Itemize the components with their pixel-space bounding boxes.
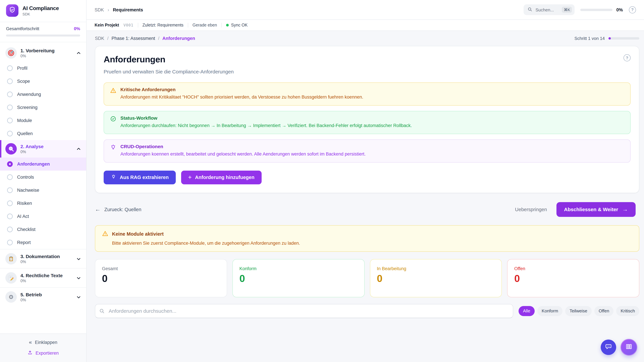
- filter-chip-offen[interactable]: Offen: [594, 306, 614, 316]
- collapse-sidebar-button[interactable]: « Einklappen: [29, 340, 57, 345]
- extract-from-rag-button[interactable]: Aus RAG extrahieren: [104, 170, 176, 184]
- sidebar-item-controls[interactable]: Controls: [0, 171, 86, 184]
- lightbulb-icon: [110, 144, 116, 150]
- alert-text: Anforderungen durchlaufen: Nicht begonne…: [120, 123, 412, 129]
- page-breadcrumb-root[interactable]: SDK: [95, 36, 104, 41]
- sidebar-section-vorbereitung[interactable]: 1. Vorbereitung 0%: [0, 44, 86, 62]
- search-placeholder: Suchen...: [536, 7, 559, 12]
- radio-icon: [7, 240, 13, 245]
- card-help-icon[interactable]: ?: [624, 54, 630, 61]
- add-requirement-button[interactable]: + Anforderung hinzufuegen: [181, 170, 262, 184]
- breadcrumb: SDK › Requirements: [94, 7, 143, 12]
- sidebar-item-quellen[interactable]: Quellen: [0, 127, 86, 140]
- sidebar-section-betrieb[interactable]: ⚙ 5. Betrieb 0%: [0, 288, 86, 306]
- chevron-down-icon: [76, 295, 81, 299]
- breadcrumb-current: Requirements: [113, 7, 143, 12]
- section-percent: 0%: [20, 260, 73, 264]
- global-search[interactable]: Suchen... ⌘K: [524, 4, 575, 15]
- alert-text: Anforderungen mit Kritikalitaet "HOCH" s…: [120, 94, 363, 100]
- sidebar-section-dokumentation[interactable]: 3. Dokumentation 0%: [0, 249, 86, 268]
- sidebar-item-label: Quellen: [17, 131, 33, 136]
- sidebar-item-label: AI Act: [17, 214, 29, 219]
- alert-title: Keine Module aktiviert: [112, 231, 164, 237]
- arrow-right-icon: →: [622, 206, 628, 213]
- sidebar-item-label: Checklist: [17, 227, 36, 232]
- skip-button[interactable]: Ueberspringen: [515, 207, 547, 212]
- chevron-down-icon: [76, 276, 81, 280]
- wizard-nav: ← Zurueck: Quellen Ueberspringen Abschli…: [95, 202, 636, 217]
- sidebar-item-profil[interactable]: Profil: [0, 62, 86, 75]
- sidebar-item-label: Screening: [17, 105, 38, 110]
- alert-critical-requirements: Kritische Anforderungen Anforderungen mi…: [104, 82, 630, 106]
- stat-value: 0: [102, 273, 220, 284]
- section-percent: 0%: [20, 279, 73, 283]
- version-tag: V001: [124, 23, 133, 27]
- back-button[interactable]: ← Zurueck: Quellen: [95, 206, 142, 213]
- stat-card-total: Gesamt 0: [95, 259, 227, 297]
- sidebar-item-anforderungen[interactable]: Anforderungen: [0, 158, 86, 171]
- finish-next-button[interactable]: Abschliessen & Weiter →: [556, 202, 636, 217]
- section-percent: 0%: [20, 298, 73, 302]
- requirements-card: Anforderungen ? Pruefen und verwalten Si…: [95, 46, 639, 193]
- main-area: SDK › Requirements Suchen... ⌘K 0% ? Kei…: [86, 0, 644, 362]
- add-label: Anforderung hinzufuegen: [195, 175, 254, 180]
- filter-chip-alle[interactable]: Alle: [518, 306, 534, 316]
- last-updated: Gerade eben: [192, 23, 217, 27]
- sidebar-item-label: Nachweise: [17, 188, 39, 193]
- slash-separator: /: [107, 36, 109, 41]
- filter-chip-teilweise[interactable]: Teilweise: [565, 306, 592, 316]
- sidebar-item-screening[interactable]: Screening: [0, 101, 86, 114]
- overall-progress-percent: 0%: [74, 26, 80, 31]
- shield-check-icon: [9, 6, 16, 15]
- sidebar-item-scope[interactable]: Scope: [0, 75, 86, 88]
- page-breadcrumb-phase[interactable]: Phase 1: Assessment: [112, 36, 155, 41]
- sidebar-item-label: Anforderungen: [17, 162, 50, 167]
- step-progress-bar: [608, 37, 639, 39]
- app-subtitle: SDK: [22, 12, 59, 16]
- arrow-left-icon: ←: [95, 206, 100, 213]
- columns-icon: [625, 343, 632, 352]
- stats-row: Gesamt 0 Konform 0 In Bearbeitung 0 Offe…: [95, 259, 639, 297]
- app-title: AI Compliance: [22, 5, 59, 11]
- section-label: 4. Rechtliche Texte: [20, 273, 73, 278]
- section-percent: 0%: [20, 54, 73, 58]
- sync-ok-dot-icon: [226, 24, 229, 26]
- radio-icon: [7, 200, 13, 206]
- upload-icon: [28, 350, 32, 356]
- sidebar-item-ai-act[interactable]: AI Act: [0, 210, 86, 223]
- last-visited: Zuletzt: Requirements: [142, 23, 184, 27]
- sidebar-item-module[interactable]: Module: [0, 114, 86, 127]
- filter-chip-konform[interactable]: Konform: [537, 306, 562, 316]
- requirements-search: [95, 304, 513, 318]
- requirements-search-input[interactable]: [95, 304, 513, 318]
- step-progress-fill: [608, 37, 611, 39]
- sidebar-section-rechtliche-texte[interactable]: 4. Rechtliche Texte 0%: [0, 269, 86, 287]
- sidebar-item-checklist[interactable]: Checklist: [0, 223, 86, 236]
- breadcrumb-root[interactable]: SDK: [94, 7, 104, 12]
- chat-fab-button[interactable]: [601, 340, 616, 355]
- sync-status: Sync OK: [226, 23, 248, 27]
- slash-separator: /: [158, 36, 160, 41]
- sidebar-item-anwendung[interactable]: Anwendung: [0, 88, 86, 101]
- sidebar-item-risiken[interactable]: Risiken: [0, 197, 86, 210]
- stat-label: Offen: [514, 266, 632, 271]
- sidebar-item-nachweise[interactable]: Nachweise: [0, 184, 86, 197]
- card-actions: Aus RAG extrahieren + Anforderung hinzuf…: [104, 170, 630, 184]
- overall-progress-bar: [6, 34, 80, 36]
- sidebar-item-label: Module: [17, 118, 32, 123]
- memo-pencil-icon: [5, 272, 17, 284]
- collapse-label: Einklappen: [35, 340, 57, 345]
- gear-icon: ⚙: [5, 291, 17, 303]
- filter-chip-kritisch[interactable]: Kritisch: [616, 306, 639, 316]
- radio-icon: [7, 187, 13, 193]
- kanban-fab-button[interactable]: [620, 339, 637, 356]
- chevron-up-icon: [76, 51, 81, 55]
- export-button[interactable]: Exportieren: [28, 350, 59, 356]
- help-icon[interactable]: ?: [629, 6, 636, 13]
- double-chevron-left-icon: «: [29, 340, 32, 345]
- sidebar-item-report[interactable]: Report: [0, 236, 86, 249]
- sidebar-section-analyse[interactable]: 2. Analyse 0%: [0, 140, 86, 158]
- page-bar: SDK / Phase 1: Assessment / Anforderunge…: [86, 31, 644, 41]
- radio-icon: [7, 227, 13, 232]
- warning-triangle-icon: [102, 230, 108, 238]
